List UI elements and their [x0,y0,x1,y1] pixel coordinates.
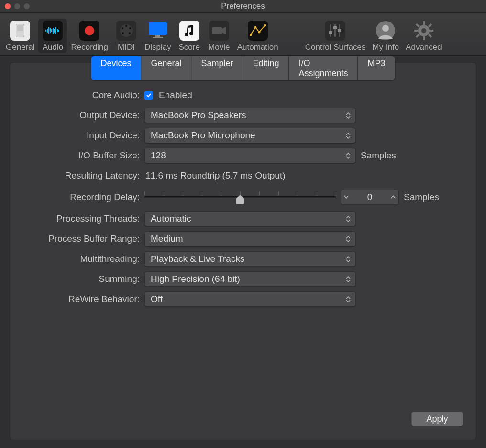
window-title: Preferences [0,1,486,11]
minimize-window-button[interactable] [14,3,20,9]
svg-rect-29 [334,24,336,37]
toolbar-item-audio[interactable]: Audio [38,19,67,53]
svg-point-12 [85,26,94,35]
rewire-label: ReWire Behavior: [27,294,144,304]
svg-rect-28 [329,31,332,34]
zoom-window-button[interactable] [24,3,30,9]
tab-devices[interactable]: Devices [91,56,141,80]
toolbar-item-score[interactable]: Score [175,19,204,53]
process-buffer-range-value: Medium [151,234,183,244]
toolbar-item-label: My Info [372,43,399,52]
svg-rect-3 [47,29,48,33]
core-audio-checkbox-label: Enabled [158,90,192,101]
svg-rect-19 [149,22,167,35]
summing-label: Summing: [27,274,144,284]
io-buffer-unit: Samples [361,150,396,161]
svg-rect-41 [416,23,420,27]
toolbar-item-midi[interactable]: MIDI [112,19,141,53]
output-device-select[interactable]: MacBook Pro Speakers [144,108,356,123]
recording-delay-value: 0 [352,192,388,202]
core-audio-checkbox[interactable] [144,91,153,100]
toolbar-item-control-surfaces[interactable]: Control Surfaces [302,19,369,53]
multithreading-select[interactable]: Playback & Live Tracks [144,251,356,267]
tab-mp3[interactable]: MP3 [358,56,395,80]
processing-threads-select[interactable]: Automatic [144,211,356,226]
switch-icon [10,21,30,41]
svg-point-18 [129,32,131,34]
svg-point-25 [258,31,260,34]
chevron-up-down-icon [345,272,352,286]
toolbar-item-label: Recording [71,43,108,52]
toolbar-item-advanced[interactable]: Advanced [403,19,445,53]
svg-rect-21 [153,37,163,38]
tab-general[interactable]: General [141,56,191,80]
music-note-icon [179,21,199,41]
latency-value: 11.6 ms Roundtrip (5.7 ms Output) [144,170,286,181]
svg-point-14 [125,25,127,27]
chevron-up-down-icon [345,232,352,246]
tab-sampler[interactable]: Sampler [191,56,243,80]
io-buffer-select[interactable]: 128 [144,148,356,163]
tab-editing[interactable]: Editing [243,56,289,80]
svg-point-34 [382,25,389,32]
toolbar-item-label: Display [144,43,171,52]
toolbar-item-label: Automation [237,43,278,52]
input-device-select[interactable]: MacBook Pro Microphone [144,128,356,143]
toolbar-item-label: Audio [43,43,63,52]
processing-threads-value: Automatic [151,213,191,224]
svg-point-17 [122,32,124,34]
process-buffer-range-select[interactable]: Medium [144,231,356,246]
rewire-select[interactable]: Off [144,291,356,307]
toolbar-item-automation[interactable]: Automation [234,19,281,53]
waveform-icon [43,21,63,41]
svg-rect-38 [423,36,425,40]
processing-threads-label: Processing Threads: [27,213,144,224]
svg-rect-39 [414,30,418,32]
chevron-up-down-icon [345,148,352,163]
slider-thumb[interactable] [236,195,244,204]
toolbar-item-label: Control Surfaces [305,43,366,52]
camera-icon [209,21,229,41]
chevron-up-down-icon [345,252,352,266]
svg-rect-4 [48,27,49,34]
person-icon [376,21,396,41]
chevron-up-down-icon [345,128,352,143]
audio-subtabs: Devices General Sampler Editing I/O Assi… [91,56,395,80]
multithreading-label: Multithreading: [27,254,144,264]
apply-button[interactable]: Apply [411,412,463,426]
svg-rect-22 [212,27,222,34]
stepper-decrement[interactable] [341,190,352,204]
toolbar-item-movie[interactable]: Movie [205,19,233,53]
input-device-value: MacBook Pro Microphone [151,130,255,141]
toolbar-item-label: Movie [208,43,230,52]
toolbar-item-my-info[interactable]: My Info [369,19,402,53]
close-window-button[interactable] [5,3,11,9]
svg-point-36 [421,28,426,33]
toolbar-item-label: MIDI [118,43,135,52]
svg-rect-37 [423,21,425,25]
svg-rect-7 [53,28,54,34]
svg-rect-44 [416,34,420,38]
display-icon [148,21,168,41]
summing-select[interactable]: High Precision (64 bit) [144,271,356,287]
toolbar-item-general[interactable]: General [3,19,37,53]
toolbar-item-label: Advanced [406,43,442,52]
tab-io-assignments[interactable]: I/O Assignments [289,56,358,80]
gear-icon [414,21,434,41]
audio-devices-panel: Devices General Sampler Editing I/O Assi… [10,62,476,440]
svg-point-24 [254,26,256,29]
output-device-label: Output Device: [27,110,144,121]
svg-rect-40 [430,30,433,32]
svg-rect-2 [45,30,46,32]
core-audio-label: Core Audio: [27,90,144,101]
toolbar-item-recording[interactable]: Recording [68,19,111,53]
recording-delay-slider[interactable] [144,190,336,204]
recording-delay-stepper[interactable]: 0 [341,190,399,205]
recording-delay-unit: Samples [404,192,439,202]
chevron-up-down-icon [345,108,352,123]
io-buffer-value: 128 [151,150,166,161]
svg-rect-30 [333,26,337,29]
stepper-increment[interactable] [388,190,398,204]
toolbar-item-display[interactable]: Display [142,19,174,53]
output-device-value: MacBook Pro Speakers [151,110,246,121]
